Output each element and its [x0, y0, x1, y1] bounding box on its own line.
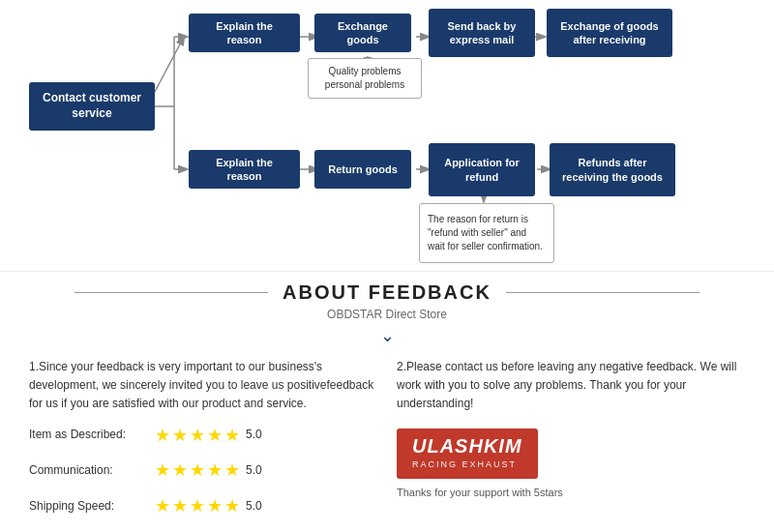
title-line-right — [506, 292, 700, 293]
box-exchangeafter: Exchange of goods after receiving — [547, 9, 672, 57]
feedback-left-text: 1.Since your feedback is very important … — [29, 358, 377, 414]
stars-communication: ★ ★ ★ ★ ★ — [155, 457, 240, 485]
rating-score-shipping: 5.0 — [246, 497, 262, 516]
box-return: Return goods — [314, 150, 411, 189]
rating-score-communication: 5.0 — [246, 461, 262, 480]
box-explain1: Explain the reason — [189, 14, 300, 52]
star-4: ★ — [207, 457, 223, 485]
rating-label-shipping: Shipping Speed: — [29, 497, 155, 516]
star-4: ★ — [207, 492, 223, 520]
stars-shipping: ★ ★ ★ ★ ★ — [155, 492, 240, 520]
star-3: ★ — [190, 457, 205, 485]
star-4: ★ — [207, 422, 223, 450]
thanks-text: Thanks for your support with 5stars — [397, 485, 745, 502]
box-refund: Application for refund — [429, 143, 535, 196]
box-exchange: Exchange goods — [314, 14, 411, 52]
feedback-right: 2.Please contact us before leaving any n… — [397, 358, 745, 520]
feedback-columns: 1.Since your feedback is very important … — [29, 358, 745, 520]
star-1: ★ — [155, 422, 170, 450]
brand-name: ULASHKIM — [412, 436, 522, 456]
star-3: ★ — [190, 422, 205, 450]
feedback-section: ABOUT FEEDBACK OBDSTAR Direct Store ⌄ 1.… — [0, 271, 774, 532]
star-3: ★ — [190, 492, 205, 520]
star-1: ★ — [155, 457, 170, 485]
box-refundsafter: Refunds after receiving the goods — [550, 143, 675, 196]
box-contact: Contact customer service — [29, 82, 155, 131]
rating-label-communication: Communication: — [29, 461, 155, 480]
star-2: ★ — [172, 492, 188, 520]
rating-label-described: Item as Described: — [29, 426, 155, 444]
feedback-title: ABOUT FEEDBACK — [283, 281, 491, 304]
brand-box: ULASHKIM RACING EXHAUST — [397, 429, 538, 479]
flowchart-section: Contact customer service Explain the rea… — [0, 0, 774, 271]
box-refundreason: The reason for return is "refund with se… — [419, 203, 554, 263]
box-explain2: Explain the reason — [189, 150, 300, 189]
star-2: ★ — [172, 457, 188, 485]
box-sendback: Send back by express mail — [429, 9, 535, 57]
rating-row-described: Item as Described: ★ ★ ★ ★ ★ 5.0 — [29, 422, 377, 450]
feedback-right-text: 2.Please contact us before leaving any n… — [397, 358, 745, 414]
stars-described: ★ ★ ★ ★ ★ — [155, 422, 240, 450]
star-5: ★ — [224, 422, 240, 450]
rating-score-described: 5.0 — [246, 426, 262, 444]
rating-row-shipping: Shipping Speed: ★ ★ ★ ★ ★ 5.0 — [29, 492, 377, 520]
star-5: ★ — [224, 492, 240, 520]
chevron-down-icon: ⌄ — [29, 325, 745, 346]
box-quality: Quality problems personal problems — [308, 58, 422, 99]
star-5: ★ — [224, 457, 240, 485]
title-line-left — [74, 292, 268, 293]
rating-row-communication: Communication: ★ ★ ★ ★ ★ 5.0 — [29, 457, 377, 485]
star-1: ★ — [155, 492, 170, 520]
svg-line-0 — [155, 37, 184, 92]
brand-sub: RACING EXHAUST — [412, 458, 522, 471]
feedback-subtitle: OBDSTAR Direct Store — [29, 308, 745, 321]
feedback-title-row: ABOUT FEEDBACK — [29, 281, 745, 304]
feedback-left: 1.Since your feedback is very important … — [29, 358, 377, 520]
star-2: ★ — [172, 422, 188, 450]
